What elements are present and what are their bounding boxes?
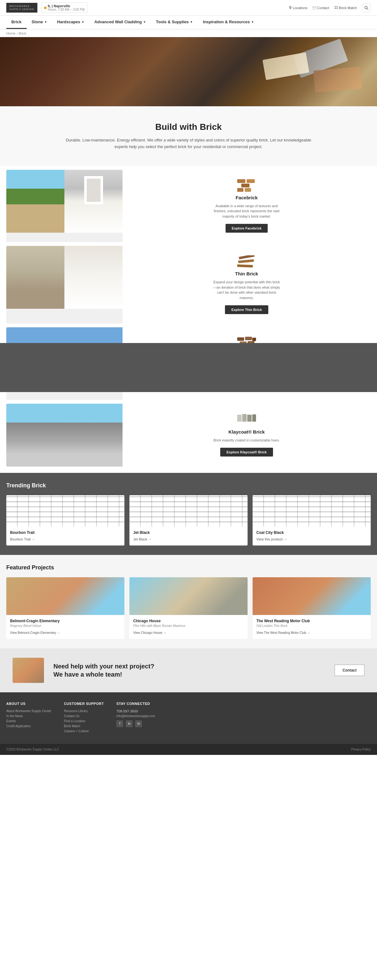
footer-link-support-2[interactable]: Find a Location: [64, 719, 104, 723]
klaycoat-title: Klaycoat® Brick: [228, 429, 265, 434]
nav-item-inspiration-resources[interactable]: Inspiration & Resources ▼: [198, 16, 259, 29]
trending-card-coal: Coal City Black View this product →: [253, 495, 371, 546]
footer-col-about: About Us About Brickworks Supply Center …: [6, 702, 51, 735]
trending-card-bourbon: Bourbon Trail Bourbon Trail →: [6, 495, 124, 546]
trending-info-coal: Coal City Black View this product →: [253, 527, 371, 546]
product-image-thin-brick: [6, 246, 122, 323]
contact-button[interactable]: Contact: [334, 665, 364, 676]
thin-brick-explore-button[interactable]: Explore Thin Brick: [225, 305, 268, 314]
footer-link-support-3[interactable]: Brick Match: [64, 724, 104, 728]
featured-link-chicago[interactable]: View Chicago House →: [133, 631, 166, 635]
trending-link-jet[interactable]: Jet Black →: [133, 537, 152, 541]
cta-team-photo: [13, 658, 44, 683]
footer-link-support-1[interactable]: Contact Us: [64, 714, 104, 718]
footer-link-about-1[interactable]: In the News: [6, 714, 51, 718]
product-image-klaycoat: [6, 404, 122, 466]
thin-brick-title: Thin Brick: [235, 271, 258, 276]
trending-info-jet: Jet Black Jet Black →: [130, 527, 247, 546]
linkedin-icon[interactable]: in: [135, 720, 142, 727]
location-pin-icon: [289, 6, 292, 10]
social-icons: f in in: [116, 720, 155, 727]
featured-title-belmont: Belmont-Cragin Elementary: [10, 619, 120, 623]
svg-line-6: [367, 8, 369, 10]
featured-image-west-reading: [253, 577, 371, 615]
location-dot-icon: [44, 6, 46, 9]
footer-heading-social: Stay Connected: [116, 702, 155, 706]
svg-rect-12: [239, 255, 255, 259]
featured-card-chicago: Chicago House Flint Hills with Black Rom…: [130, 577, 247, 639]
nav-item-brick[interactable]: Brick: [6, 16, 27, 29]
footer-col-support: Customer Support Resource Library Contac…: [64, 702, 104, 735]
svg-rect-14: [237, 264, 253, 267]
logo-area: BRICKWORKS SUPPLY CENTER IL | Naperville…: [6, 3, 87, 13]
privacy-policy-link[interactable]: Privacy Policy: [351, 748, 371, 751]
trending-link-bourbon[interactable]: Bourbon Trail →: [10, 537, 35, 541]
svg-rect-17: [252, 338, 256, 341]
contact-icon: [313, 6, 316, 10]
featured-subtitle-belmont: Regency Blend Velour: [10, 624, 120, 628]
cta-heading: Need help with your next project? We hav…: [54, 662, 325, 678]
search-icon: [364, 6, 369, 10]
footer-link-about-3[interactable]: Credit Application: [6, 724, 51, 728]
facebook-icon[interactable]: f: [116, 720, 123, 727]
intro-heading: Build with Brick: [63, 122, 314, 132]
instagram-icon[interactable]: in: [126, 720, 133, 727]
location-badge[interactable]: IL | Naperville Hours: 7:00 AM – 3:00 PM: [41, 3, 87, 13]
svg-rect-7: [237, 179, 246, 183]
logo-tagline: SUPPLY CENTER: [10, 8, 34, 11]
location-city: IL | Naperville: [48, 4, 84, 8]
nav-item-stone[interactable]: Stone ▼: [27, 16, 52, 29]
svg-rect-1: [334, 6, 336, 7]
featured-grid: Belmont-Cragin Elementary Regency Blend …: [6, 577, 371, 639]
nav-item-tools-supplies[interactable]: Tools & Supplies ▼: [151, 16, 198, 29]
trending-link-coal[interactable]: View this product →: [257, 537, 287, 541]
trending-section: Trending Brick Bourbon Trail Bourbon Tra…: [0, 473, 377, 555]
chevron-down-icon: ▼: [44, 21, 47, 24]
thin-brick-icon: [237, 255, 256, 268]
nav-brickmatch-link[interactable]: Brick Match: [334, 6, 357, 10]
facebrick-explore-button[interactable]: Explore Facebrick: [226, 224, 268, 233]
breadcrumb-home-link[interactable]: Home: [6, 32, 16, 35]
footer-phone: 708-597-3600: [116, 709, 155, 713]
featured-link-belmont[interactable]: View Belmont-Cragin Elementary →: [10, 631, 60, 635]
footer-link-support-4[interactable]: Careers + Culture: [64, 729, 104, 733]
featured-title: Featured Projects: [6, 564, 371, 571]
product-content-thin-brick: Thin Brick Expand your design potential …: [122, 246, 371, 323]
footer-bottom: ©2023 Brickworks Supply Center LLC Priva…: [0, 744, 377, 755]
footer-link-about-2[interactable]: Events: [6, 719, 51, 723]
featured-title-chicago: Chicago House: [133, 619, 244, 623]
footer-heading-support: Customer Support: [64, 702, 104, 706]
top-bar: BRICKWORKS SUPPLY CENTER IL | Naperville…: [0, 0, 377, 16]
chevron-down-icon: ▼: [251, 21, 254, 24]
footer-link-about-0[interactable]: About Brickworks Supply Center: [6, 709, 51, 713]
svg-rect-2: [336, 6, 338, 7]
svg-rect-23: [237, 415, 242, 422]
svg-rect-3: [334, 8, 336, 9]
product-card-facebrick: Facebrick Available in a wide range of t…: [6, 170, 371, 242]
search-button[interactable]: [362, 3, 371, 12]
svg-rect-11: [245, 188, 251, 192]
top-right-nav: Locations Contact Brick Match: [289, 3, 371, 12]
featured-link-west-reading[interactable]: View The West Reading Motor Club →: [257, 631, 310, 635]
svg-rect-8: [247, 179, 255, 183]
svg-rect-13: [238, 259, 254, 263]
svg-rect-15: [237, 337, 244, 341]
svg-rect-16: [245, 337, 252, 340]
footer-link-support-0[interactable]: Resource Library: [64, 709, 104, 713]
chevron-down-icon: ▼: [81, 21, 84, 24]
nav-item-advanced-wall-cladding[interactable]: Advanced Wall Cladding ▼: [89, 16, 151, 29]
footer: About Us About Brickworks Supply Center …: [0, 692, 377, 744]
nav-locations-link[interactable]: Locations: [289, 6, 307, 10]
klaycoat-explore-button[interactable]: Explore Klaycoat® Brick: [220, 448, 273, 457]
footer-heading-about: About Us: [6, 702, 51, 706]
facebrick-title: Facebrick: [236, 195, 258, 200]
klaycoat-icon: [237, 414, 256, 426]
trending-image-coal: [253, 495, 371, 527]
svg-rect-10: [237, 188, 244, 192]
nav-item-hardscapes[interactable]: Hardscapes ▼: [52, 16, 90, 29]
cta-section: Need help with your next project? We hav…: [0, 648, 377, 692]
chevron-down-icon: ▼: [190, 21, 193, 24]
product-content-klaycoat: Klaycoat® Brick Brick expertly coated in…: [122, 404, 371, 466]
trending-image-jet: [130, 495, 247, 527]
nav-contact-link[interactable]: Contact: [313, 6, 329, 10]
